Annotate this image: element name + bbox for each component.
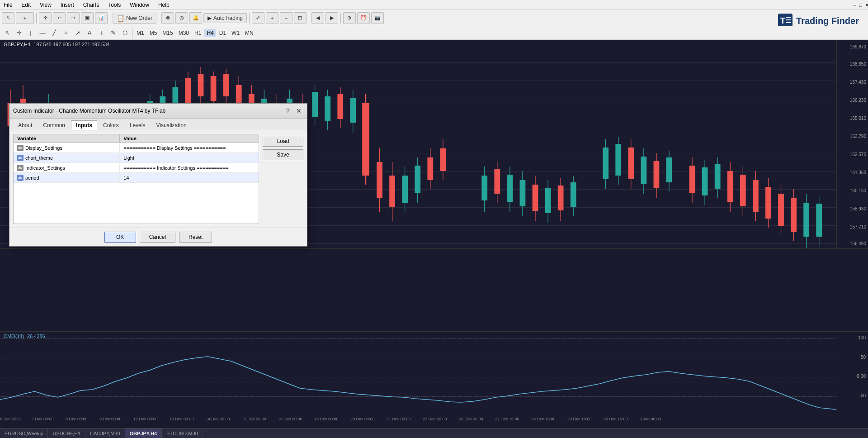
- dialog-controls: ? ✕: [283, 106, 303, 115]
- cell-var-2: ab Indicator_Settings: [14, 164, 120, 172]
- cell-val-1[interactable]: Light: [120, 154, 259, 162]
- table-row[interactable]: ab Display_Settings =========== Display …: [14, 143, 259, 153]
- icon-ab2-3: ab: [17, 175, 24, 181]
- table-header: Variable Value: [14, 134, 259, 143]
- inputs-table: Variable Value ab Display_Settings =====…: [13, 134, 259, 224]
- dialog-footer: OK Cancel Reset: [9, 228, 307, 246]
- icon-ab2-1: ab: [17, 155, 24, 161]
- var-name-3: period: [25, 175, 39, 181]
- tab-visualization[interactable]: Visualization: [151, 120, 191, 130]
- col-value: Value: [120, 134, 259, 143]
- dialog-close-button[interactable]: ✕: [294, 106, 303, 115]
- table-row[interactable]: ab Indicator_Settings =========== Indica…: [14, 163, 259, 173]
- tab-levels[interactable]: Levels: [125, 120, 151, 130]
- ok-button[interactable]: OK: [104, 232, 136, 243]
- cell-val-3[interactable]: 14: [120, 174, 259, 181]
- dialog-tabs: About Common Inputs Colors Levels Visual…: [9, 119, 307, 130]
- icon-ab-2: ab: [17, 165, 24, 171]
- table-row[interactable]: ab chart_theme Light: [14, 153, 259, 163]
- cell-var-3: ab period: [14, 174, 120, 182]
- reset-button[interactable]: Reset: [179, 232, 212, 243]
- dialog-content: Variable Value ab Display_Settings =====…: [13, 134, 303, 224]
- cell-val-2[interactable]: =========== Indicator Settings =========…: [120, 164, 259, 171]
- cell-val-0[interactable]: =========== Display Settings ===========: [120, 144, 259, 152]
- dialog-title: Custom Indicator - Chande Momentum Oscil…: [13, 108, 165, 114]
- dialog-help-button[interactable]: ?: [283, 106, 292, 115]
- dialog-titlebar: Custom Indicator - Chande Momentum Oscil…: [9, 104, 307, 119]
- var-name-0: Display_Settings: [25, 145, 62, 151]
- load-button[interactable]: Load: [263, 136, 303, 147]
- col-variable: Variable: [14, 134, 120, 143]
- var-name-1: chart_theme: [25, 155, 53, 161]
- tab-common[interactable]: Common: [38, 120, 70, 130]
- side-buttons: Load Save: [263, 134, 303, 224]
- cancel-button[interactable]: Cancel: [140, 232, 175, 243]
- dialog-overlay: Custom Indicator - Chande Momentum Oscil…: [0, 0, 868, 438]
- tab-colors[interactable]: Colors: [98, 120, 124, 130]
- cell-var-0: ab Display_Settings: [14, 144, 120, 152]
- indicator-dialog: Custom Indicator - Chande Momentum Oscil…: [9, 103, 307, 247]
- tab-inputs[interactable]: Inputs: [71, 120, 97, 130]
- save-button[interactable]: Save: [263, 149, 303, 160]
- table-row[interactable]: ab period 14: [14, 173, 259, 183]
- cell-var-1: ab chart_theme: [14, 154, 120, 162]
- tab-about[interactable]: About: [13, 120, 37, 130]
- var-name-2: Indicator_Settings: [25, 165, 65, 171]
- icon-ab-0: ab: [17, 145, 24, 151]
- dialog-body: Variable Value ab Display_Settings =====…: [9, 130, 307, 228]
- table-empty-area: [14, 183, 259, 224]
